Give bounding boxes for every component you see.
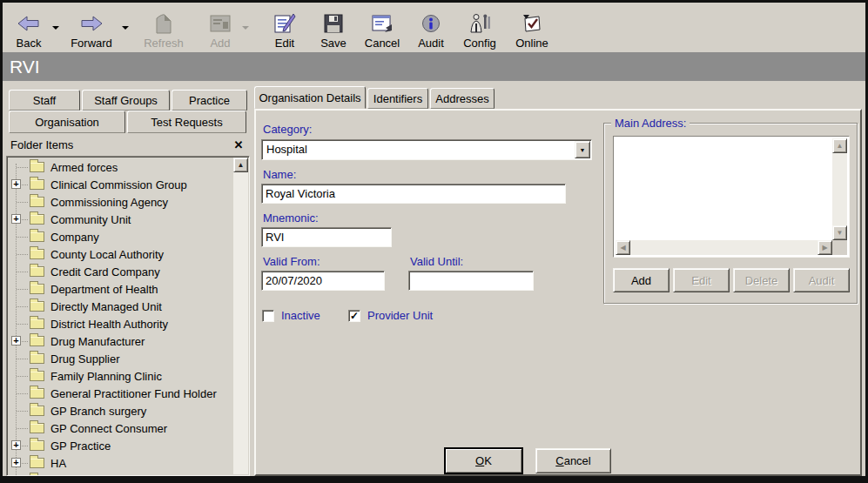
folder-icon — [30, 249, 44, 259]
tree-item-label: General Practitioner Fund Holder — [50, 387, 217, 400]
address-vertical-scrollbar[interactable]: ▲ ▼ — [832, 138, 847, 240]
tree-item[interactable]: Credit Card Company — [9, 263, 232, 280]
forward-dropdown-button[interactable] — [119, 6, 131, 50]
tab-label: Test Requests — [151, 116, 222, 129]
valid-from-label: Valid From: — [263, 255, 320, 268]
tab-label: Addresses — [435, 92, 488, 105]
tree-scrollbar[interactable]: ▲ — [233, 158, 248, 474]
back-button[interactable]: Back — [8, 6, 50, 50]
record-title-bar: RVI — [3, 52, 865, 81]
ok-button[interactable]: OK — [445, 448, 522, 473]
tree-item[interactable]: −Hospital — [9, 472, 232, 476]
tree-item[interactable]: +HA — [9, 454, 232, 472]
tree-expander-plus-icon[interactable]: + — [11, 179, 21, 189]
scroll-right-icon[interactable]: ▶ — [818, 240, 832, 255]
back-dropdown-button[interactable] — [50, 6, 62, 50]
tree-item[interactable]: Family Planning Clinic — [9, 367, 232, 385]
folder-icon — [30, 266, 44, 277]
tree-item-label: GP Connect Consumer — [50, 422, 167, 435]
tab-staff-groups[interactable]: Staff Groups — [82, 90, 170, 111]
tab-organisation-details[interactable]: Organisation Details — [254, 86, 366, 109]
tree-item[interactable]: Commissioning Agency — [9, 193, 232, 211]
scroll-up-icon[interactable]: ▲ — [832, 138, 847, 153]
add-dropdown-button[interactable] — [239, 6, 252, 50]
online-button[interactable]: Online — [509, 6, 555, 50]
tree-expander-plus-icon[interactable]: + — [11, 458, 21, 467]
cancel-button-label: Cancel — [365, 37, 400, 50]
main-address-list-area[interactable] — [614, 137, 849, 257]
refresh-button[interactable]: Refresh — [138, 6, 189, 50]
scroll-up-icon[interactable]: ▲ — [233, 158, 248, 172]
audit-button[interactable]: Audit — [410, 6, 452, 50]
tab-staff[interactable]: Staff — [9, 90, 80, 111]
mnemonic-field[interactable] — [261, 227, 392, 247]
tree-item[interactable]: Company — [9, 228, 232, 245]
inactive-checkbox[interactable]: ✓ — [262, 310, 274, 322]
tree-item[interactable]: District Health Authority — [9, 315, 232, 332]
tree-expander-plus-icon[interactable]: + — [11, 336, 21, 345]
address-add-button[interactable]: Add — [613, 268, 670, 292]
refresh-icon — [154, 10, 173, 37]
mnemonic-label: Mnemonic: — [263, 211, 319, 225]
main-address-listbox[interactable]: ▲ ▼ ◀ ▶ — [613, 136, 850, 258]
tree-item-label: Clinical Commission Group — [50, 178, 187, 191]
category-dropdown[interactable]: Hospital ▼ — [261, 139, 592, 160]
tab-label: Organisation — [35, 116, 99, 129]
audit-info-icon — [421, 10, 441, 37]
close-icon[interactable]: ✕ — [232, 138, 246, 152]
tree-expander-plus-icon[interactable]: + — [11, 440, 21, 450]
tab-practice[interactable]: Practice — [172, 90, 247, 111]
address-audit-button[interactable]: Audit — [793, 268, 850, 292]
add-button[interactable]: Add — [201, 6, 239, 50]
chevron-down-icon[interactable]: ▼ — [575, 141, 590, 158]
tree-item[interactable]: +Clinical Commission Group — [9, 176, 232, 193]
forward-button[interactable]: Forward — [64, 6, 119, 50]
provider-unit-checkbox-row: ✓ Provider Unit — [348, 309, 433, 322]
forward-button-label: Forward — [71, 37, 112, 50]
folder-icon — [30, 162, 44, 172]
tree-item[interactable]: GP Branch surgery — [9, 402, 232, 419]
forward-icon — [80, 10, 103, 37]
tree-item[interactable]: Directly Managed Unit — [9, 298, 232, 315]
address-edit-button[interactable]: Edit — [673, 268, 730, 292]
tree-item[interactable]: +Community Unit — [9, 211, 232, 228]
scroll-down-icon[interactable]: ▼ — [832, 225, 847, 240]
edit-button[interactable]: Edit — [266, 6, 304, 50]
tab-label: Staff Groups — [94, 94, 158, 107]
tree-item[interactable]: +Drug Manufacturer — [9, 332, 232, 350]
tree-item[interactable]: Armed forces — [9, 158, 232, 176]
name-field[interactable] — [261, 184, 566, 204]
address-horizontal-scrollbar[interactable]: ◀ ▶ — [616, 240, 832, 255]
scroll-left-icon[interactable]: ◀ — [616, 240, 630, 255]
tree-item[interactable]: +GP Practice — [9, 437, 232, 454]
tab-test-requests[interactable]: Test Requests — [127, 111, 246, 133]
folder-items-title: Folder Items — [10, 138, 73, 151]
tab-organisation[interactable]: Organisation — [9, 111, 125, 133]
main-address-groupbox: Main Address: ▲ ▼ ◀ ▶ Add Edit — [603, 123, 858, 304]
cancel-button[interactable]: Cancel — [535, 448, 611, 473]
valid-until-field[interactable] — [408, 271, 534, 291]
folder-items-header: Folder Items ✕ — [6, 136, 250, 154]
tree-item[interactable]: GP Connect Consumer — [9, 419, 232, 437]
tree-item[interactable]: Drug Supplier — [9, 350, 232, 367]
tab-label: Staff — [33, 94, 57, 107]
folder-icon — [30, 336, 44, 346]
page-title: RVI — [10, 57, 40, 77]
provider-unit-checkbox[interactable]: ✓ — [348, 310, 360, 322]
tree-item-label: Drug Manufacturer — [50, 335, 145, 348]
tree-item[interactable]: General Practitioner Fund Holder — [9, 385, 232, 402]
address-delete-button[interactable]: Delete — [733, 268, 790, 292]
save-button[interactable]: Save — [314, 6, 353, 50]
valid-from-field[interactable] — [261, 271, 385, 291]
tree-item-label: Community Unit — [50, 213, 131, 226]
tree-item[interactable]: Department of Health — [9, 280, 232, 298]
tab-addresses[interactable]: Addresses — [430, 88, 495, 109]
name-label: Name: — [263, 168, 296, 181]
tree-expander-plus-icon[interactable]: + — [11, 214, 21, 224]
tree-item[interactable]: County Local Authority — [9, 245, 232, 263]
add-icon — [210, 10, 231, 37]
tree-expander-minus-icon[interactable]: − — [11, 475, 21, 476]
tab-identifiers[interactable]: Identifiers — [367, 88, 428, 109]
cancel-button[interactable]: Cancel — [358, 6, 407, 50]
config-button[interactable]: Config — [459, 6, 501, 50]
